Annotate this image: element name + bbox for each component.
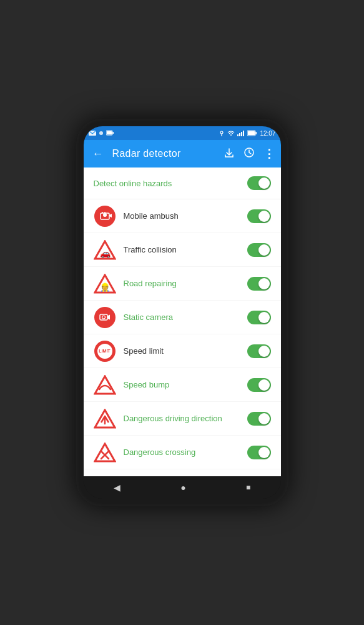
detect-online-hazards-toggle[interactable] <box>247 176 271 190</box>
dot-icon <box>99 131 104 136</box>
svg-rect-12 <box>248 131 255 135</box>
triangle-worker-icon: 👷 <box>94 274 116 294</box>
speed-limit-toggle[interactable] <box>247 344 271 358</box>
phone-frame: 12:07 ← Radar detector <box>76 119 288 506</box>
svg-point-14 <box>103 213 107 217</box>
more-button[interactable]: ⋮ <box>263 147 275 161</box>
dangerous-crossing-toggle[interactable] <box>247 446 271 459</box>
dangerous-driving-label: Dangerous driving direction <box>124 414 240 423</box>
svg-marker-26 <box>95 444 115 461</box>
camera-circle-icon <box>98 209 112 223</box>
list-item: Dangerous crossing <box>84 436 281 469</box>
svg-text:🚗: 🚗 <box>99 248 111 259</box>
detect-online-hazards-label: Detect online hazards <box>94 179 172 188</box>
static-camera-label: Static camera <box>124 312 240 322</box>
email-icon <box>89 130 96 136</box>
bottom-nav: ◀ ● ■ <box>84 476 281 499</box>
mobile-ambush-icon <box>94 205 116 228</box>
traffic-collision-label: Traffic collision <box>124 245 240 254</box>
list-item: 👷 Road repairing <box>84 267 281 301</box>
list-item: Speed bump <box>84 368 281 402</box>
list-item: Static camera <box>84 301 281 334</box>
dangerous-crossing-icon <box>94 441 116 464</box>
home-nav-button[interactable]: ● <box>180 482 185 492</box>
traffic-collision-toggle[interactable] <box>247 243 271 257</box>
speed-bump-label: Speed bump <box>124 380 240 389</box>
road-repairing-icon: 👷 <box>94 272 116 295</box>
list-item: Dangerous driving direction <box>84 402 281 436</box>
clock-button[interactable] <box>243 147 255 161</box>
recent-nav-button[interactable]: ■ <box>246 483 250 492</box>
status-left <box>89 130 114 136</box>
svg-rect-7 <box>239 133 240 136</box>
svg-point-1 <box>99 131 103 135</box>
speed-bump-icon <box>94 374 116 396</box>
battery-status-icon <box>106 130 114 136</box>
status-bar: 12:07 <box>84 126 281 140</box>
limit-text: LIMIT <box>99 349 110 353</box>
location-icon <box>219 130 225 136</box>
svg-rect-3 <box>112 132 114 134</box>
camera-static-icon <box>98 311 112 324</box>
svg-text:👷: 👷 <box>100 282 111 292</box>
svg-rect-4 <box>107 131 112 134</box>
status-right: 12:07 <box>219 130 275 137</box>
wifi-icon <box>227 130 235 136</box>
traffic-collision-icon: 🚗 <box>94 239 116 261</box>
svg-point-23 <box>102 316 105 319</box>
static-camera-toggle[interactable] <box>247 311 271 324</box>
triangle-arrow-icon <box>94 409 116 429</box>
time-display: 12:07 <box>260 130 275 137</box>
mobile-ambush-label: Mobile ambush <box>124 211 240 221</box>
list-item: LIMIT Speed limit <box>84 334 281 368</box>
road-repairing-toggle[interactable] <box>247 277 271 291</box>
screen-content: Detect online hazards <box>84 168 281 476</box>
static-camera-icon <box>94 306 116 329</box>
triangle-bump-icon <box>94 375 116 395</box>
svg-rect-22 <box>100 314 107 320</box>
app-bar-actions: ⋮ <box>224 147 275 161</box>
road-repairing-label: Road repairing <box>124 279 240 288</box>
svg-rect-6 <box>237 134 239 136</box>
speed-bump-toggle[interactable] <box>247 378 271 392</box>
app-title: Radar detector <box>112 148 217 159</box>
list-item: 🚗 Traffic collision <box>84 233 281 267</box>
svg-point-5 <box>220 131 223 134</box>
dangerous-driving-icon <box>94 408 116 430</box>
speed-limit-label: Speed limit <box>124 346 240 356</box>
svg-rect-8 <box>241 132 242 136</box>
svg-rect-11 <box>255 132 257 134</box>
download-icon <box>224 147 235 158</box>
back-button[interactable]: ← <box>90 145 106 163</box>
mobile-ambush-toggle[interactable] <box>247 209 271 223</box>
app-bar: ← Radar detector ⋮ <box>84 140 281 168</box>
back-nav-button[interactable]: ◀ <box>114 482 121 492</box>
svg-rect-9 <box>243 131 244 136</box>
phone-screen: 12:07 ← Radar detector <box>84 126 281 499</box>
speed-limit-icon: LIMIT <box>94 340 116 362</box>
signal-icon <box>237 130 245 136</box>
list-item: Mobile ambush <box>84 199 281 233</box>
dangerous-driving-toggle[interactable] <box>247 412 271 426</box>
battery-icon <box>247 130 257 136</box>
triangle-cross-icon <box>94 442 116 462</box>
triangle-car-icon: 🚗 <box>94 240 116 260</box>
detect-online-hazards-row: Detect online hazards <box>84 168 281 199</box>
dangerous-crossing-label: Dangerous crossing <box>124 448 240 457</box>
download-button[interactable] <box>224 147 235 161</box>
clock-icon <box>243 147 255 158</box>
